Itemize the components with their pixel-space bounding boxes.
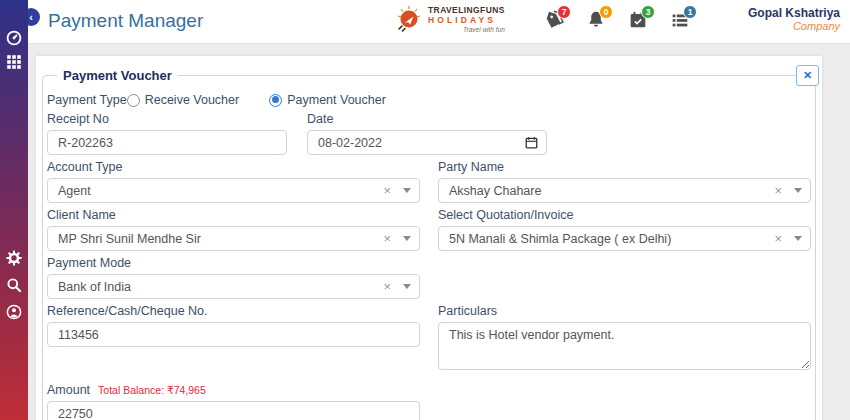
quotation-field-group: Select Quotation/Invoice 5N Manali & Shi…: [438, 208, 811, 251]
user-name: Gopal Kshatriya: [748, 6, 840, 20]
party-name-label: Party Name: [438, 160, 811, 174]
reference-field-group: Reference/Cash/Cheque No.: [47, 304, 420, 374]
header-icon-group: 7 0 3: [543, 9, 691, 33]
clear-icon[interactable]: ×: [383, 279, 391, 294]
chevron-down-icon[interactable]: [794, 236, 802, 241]
logo-line1: TRAVELINGFUNS: [428, 5, 505, 15]
clear-icon[interactable]: ×: [383, 231, 391, 246]
clear-icon[interactable]: ×: [774, 231, 782, 246]
chevron-down-icon[interactable]: [794, 188, 802, 193]
apps-grid-icon[interactable]: [6, 54, 22, 70]
reference-label: Reference/Cash/Cheque No.: [47, 304, 420, 318]
main-content: ✕ Payment Voucher Payment Type Receive V…: [28, 44, 850, 420]
payment-type-row: Payment Type Receive Voucher Payment Vou…: [47, 93, 811, 107]
date-label: Date: [307, 112, 547, 126]
logo-mark-icon: [395, 5, 423, 35]
account-type-field-group: Account Type Agent ×: [47, 160, 420, 203]
receipt-no-field-group: Receipt No: [47, 112, 287, 155]
clear-icon[interactable]: ×: [383, 183, 391, 198]
client-name-select[interactable]: MP Shri Sunil Mendhe Sir ×: [47, 226, 420, 251]
account-type-select[interactable]: Agent ×: [47, 178, 420, 203]
payment-voucher-card: ✕ Payment Voucher Payment Type Receive V…: [36, 56, 822, 420]
client-name-field-group: Client Name MP Shri Sunil Mendhe Sir ×: [47, 208, 420, 251]
date-picker-icon[interactable]: [525, 136, 538, 149]
quotation-label: Select Quotation/Invoice: [438, 208, 811, 222]
user-menu[interactable]: Gopal Kshatriya Company: [748, 6, 840, 32]
calendar-button[interactable]: 3: [627, 9, 649, 33]
clear-icon[interactable]: ×: [774, 183, 782, 198]
quotation-select[interactable]: 5N Manali & Shimla Package ( ex Delhi) ×: [438, 226, 811, 251]
particulars-textarea[interactable]: [438, 322, 811, 370]
radio-payment-voucher[interactable]: Payment Voucher: [269, 93, 386, 107]
dashboard-icon[interactable]: [6, 30, 22, 46]
payment-mode-select[interactable]: Bank of India ×: [47, 274, 420, 299]
page-title: Payment Manager: [48, 10, 203, 32]
logo-tagline: Travel with fun: [428, 25, 505, 35]
date-input[interactable]: [308, 131, 525, 154]
brand-logo[interactable]: TRAVELINGFUNS HOLIDAYS Travel with fun: [395, 5, 505, 35]
close-icon: ✕: [803, 69, 812, 82]
amount-label: AmountTotal Balance: ₹74,965: [47, 383, 420, 397]
amount-input[interactable]: [47, 401, 420, 420]
search-icon[interactable]: [6, 277, 22, 293]
chevron-down-icon[interactable]: [403, 284, 411, 289]
payment-type-label: Payment Type: [47, 93, 127, 107]
tags-badge: 7: [557, 5, 571, 19]
chevron-down-icon[interactable]: [403, 236, 411, 241]
total-balance-note: Total Balance: ₹74,965: [98, 384, 206, 396]
date-field-group: Date: [307, 112, 547, 155]
notifications-button[interactable]: 0: [585, 9, 607, 33]
user-role: Company: [748, 20, 840, 32]
payment-voucher-radio[interactable]: [269, 94, 282, 107]
payment-mode-field-group: Payment Mode Bank of India ×: [47, 256, 420, 299]
party-name-field-group: Party Name Akshay Chahare ×: [438, 160, 811, 203]
receipt-no-label: Receipt No: [47, 112, 287, 126]
notifications-badge: 0: [599, 5, 613, 19]
app-header: ‹ Payment Manager TRAVELINGFUNS HOLIDAYS…: [28, 0, 850, 44]
tasks-button[interactable]: 1: [669, 9, 691, 33]
date-input-wrap: [307, 130, 547, 155]
receive-voucher-radio[interactable]: [127, 94, 140, 107]
logo-line2: HOLIDAYS: [428, 15, 505, 25]
client-name-label: Client Name: [47, 208, 420, 222]
amount-field-group: AmountTotal Balance: ₹74,965: [47, 383, 420, 420]
sidebar: [0, 0, 28, 420]
party-name-select[interactable]: Akshay Chahare ×: [438, 178, 811, 203]
chevron-left-icon: ‹: [29, 11, 33, 23]
particulars-field-group: Particulars: [438, 304, 811, 374]
reference-input[interactable]: [47, 322, 420, 347]
tasks-badge: 1: [683, 5, 697, 19]
chevron-down-icon[interactable]: [403, 188, 411, 193]
panel-legend: Payment Voucher: [57, 68, 178, 83]
payment-voucher-fieldset: Payment Voucher Payment Type Receive Vou…: [42, 68, 816, 420]
particulars-label: Particulars: [438, 304, 811, 318]
close-panel-button[interactable]: ✕: [796, 65, 819, 86]
radio-receive-voucher[interactable]: Receive Voucher: [127, 93, 240, 107]
tags-button[interactable]: 7: [543, 9, 565, 33]
account-type-label: Account Type: [47, 160, 420, 174]
payment-mode-label: Payment Mode: [47, 256, 420, 270]
receipt-no-input[interactable]: [47, 130, 287, 155]
account-icon[interactable]: [6, 304, 22, 320]
calendar-badge: 3: [641, 5, 655, 19]
settings-gear-icon[interactable]: [6, 250, 22, 266]
